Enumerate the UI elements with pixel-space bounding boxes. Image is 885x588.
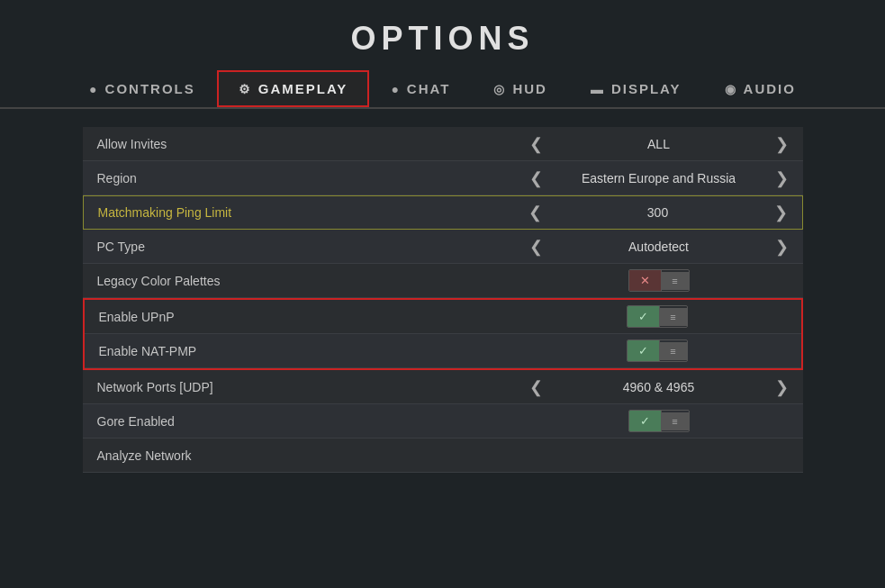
- setting-value-legacy-color: ✕≡: [515, 264, 803, 297]
- nav-item-audio[interactable]: ◉AUDIO: [703, 70, 817, 107]
- setting-label-analyze-network: Analyze Network: [83, 441, 515, 470]
- setting-label-enable-nat: Enable NAT-PMP: [85, 337, 513, 366]
- arrow-right-matchmaking-ping[interactable]: ❯: [769, 204, 793, 221]
- nav-label-audio: AUDIO: [744, 81, 796, 96]
- arrow-right-pc-type[interactable]: ❯: [770, 239, 794, 255]
- content-area: Allow Invites❮ALL❯Region❮Eastern Europe …: [83, 127, 803, 473]
- toggle-legacy-color[interactable]: ✕≡: [628, 269, 690, 292]
- setting-label-matchmaking-ping: Matchmaking Ping Limit: [84, 198, 514, 227]
- setting-label-enable-upnp: Enable UPnP: [85, 303, 513, 331]
- arrow-right-network-ports[interactable]: ❯: [770, 379, 794, 395]
- arrow-right-region[interactable]: ❯: [770, 170, 794, 186]
- settings-row-pc-type: PC Type❮Autodetect❯: [83, 230, 803, 264]
- value-text-allow-invites: ALL: [555, 137, 763, 151]
- settings-row-analyze-network: Analyze Network: [83, 439, 803, 473]
- settings-row-enable-upnp: Enable UPnP✓≡: [85, 300, 801, 334]
- toggle-enable-nat[interactable]: ✓≡: [627, 339, 688, 362]
- settings-row-gore-enabled: Gore Enabled✓≡: [83, 404, 803, 439]
- arrow-right-allow-invites[interactable]: ❯: [770, 136, 794, 152]
- nav-item-hud[interactable]: ◎HUD: [472, 70, 569, 107]
- display-icon: ▬: [591, 82, 605, 96]
- setting-value-enable-upnp: ✓≡: [513, 300, 801, 333]
- setting-label-legacy-color: Legacy Color Palettes: [83, 267, 515, 295]
- nav-label-display: DISPLAY: [611, 81, 682, 96]
- setting-label-network-ports: Network Ports [UDP]: [83, 373, 515, 402]
- audio-icon: ◉: [725, 82, 737, 96]
- gameplay-icon: ⚙: [239, 82, 252, 96]
- setting-value-network-ports: ❮4960 & 4965❯: [515, 374, 803, 401]
- hud-icon: ◎: [493, 82, 506, 96]
- setting-value-matchmaking-ping: ❮300❯: [514, 199, 802, 226]
- toggle-on-enable-nat[interactable]: ✓: [628, 340, 660, 361]
- toggle-slider-enable-upnp[interactable]: ≡: [660, 308, 687, 326]
- toggle-enable-upnp[interactable]: ✓≡: [627, 305, 688, 328]
- setting-label-region: Region: [83, 164, 515, 193]
- nav-item-display[interactable]: ▬DISPLAY: [569, 70, 703, 107]
- nav-label-chat: CHAT: [407, 81, 451, 96]
- nav-item-chat[interactable]: ●CHAT: [369, 70, 472, 107]
- setting-value-region: ❮Eastern Europe and Russia❯: [515, 165, 803, 192]
- nav-item-controls[interactable]: ●CONTROLS: [68, 70, 217, 107]
- toggle-off-legacy-color[interactable]: ✕: [629, 270, 662, 291]
- toggle-slider-legacy-color[interactable]: ≡: [662, 272, 689, 290]
- toggle-slider-gore-enabled[interactable]: ≡: [662, 412, 689, 430]
- nav-label-controls: CONTROLS: [105, 81, 195, 96]
- settings-row-network-ports: Network Ports [UDP]❮4960 & 4965❯: [83, 370, 803, 404]
- value-text-matchmaking-ping: 300: [555, 205, 762, 220]
- value-text-network-ports: 4960 & 4965: [555, 380, 763, 394]
- toggle-on-gore-enabled[interactable]: ✓: [629, 411, 662, 431]
- value-text-pc-type: Autodetect: [555, 240, 763, 254]
- toggle-slider-enable-nat[interactable]: ≡: [660, 342, 687, 360]
- setting-value-gore-enabled: ✓≡: [515, 404, 803, 438]
- arrow-left-network-ports[interactable]: ❮: [524, 379, 548, 395]
- settings-row-legacy-color: Legacy Color Palettes✕≡: [83, 264, 803, 298]
- controls-icon: ●: [89, 82, 98, 96]
- nav-bar: ●CONTROLS⚙GAMEPLAY●CHAT◎HUD▬DISPLAY◉AUDI…: [0, 70, 885, 109]
- toggle-gore-enabled[interactable]: ✓≡: [628, 410, 690, 432]
- chat-icon: ●: [391, 82, 400, 96]
- nav-item-gameplay[interactable]: ⚙GAMEPLAY: [217, 70, 370, 107]
- red-group-container: Enable UPnP✓≡Enable NAT-PMP✓≡: [83, 298, 803, 370]
- arrow-left-pc-type[interactable]: ❮: [524, 239, 548, 255]
- value-text-region: Eastern Europe and Russia: [555, 171, 763, 185]
- toggle-on-enable-upnp[interactable]: ✓: [628, 306, 660, 327]
- settings-row-region: Region❮Eastern Europe and Russia❯: [83, 161, 803, 195]
- arrow-left-allow-invites[interactable]: ❮: [524, 136, 548, 152]
- settings-row-matchmaking-ping: Matchmaking Ping Limit❮300❯: [83, 195, 803, 230]
- setting-label-gore-enabled: Gore Enabled: [83, 407, 515, 436]
- setting-label-allow-invites: Allow Invites: [83, 130, 515, 158]
- page-title: OPTIONS: [0, 0, 885, 70]
- setting-label-pc-type: PC Type: [83, 232, 515, 261]
- setting-value-pc-type: ❮Autodetect❯: [515, 233, 803, 260]
- nav-label-hud: HUD: [512, 81, 547, 96]
- arrow-left-region[interactable]: ❮: [524, 170, 548, 186]
- settings-row-enable-nat: Enable NAT-PMP✓≡: [85, 334, 801, 368]
- setting-value-enable-nat: ✓≡: [513, 334, 801, 367]
- arrow-left-matchmaking-ping[interactable]: ❮: [523, 204, 547, 221]
- setting-value-allow-invites: ❮ALL❯: [515, 131, 803, 158]
- nav-label-gameplay: GAMEPLAY: [258, 81, 348, 96]
- settings-row-allow-invites: Allow Invites❮ALL❯: [83, 127, 803, 161]
